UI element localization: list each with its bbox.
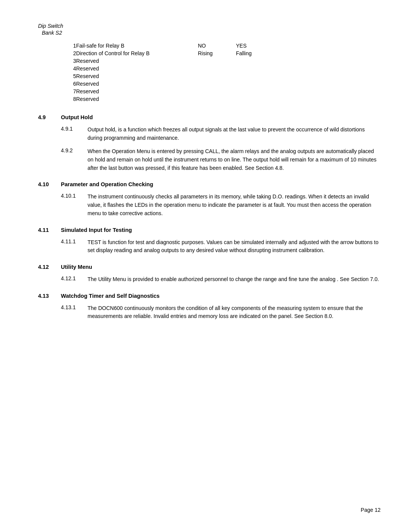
subsection-num: 4.9.1 <box>61 126 88 142</box>
section-4.9: 4.9Output Hold 4.9.1 Output hold, is a f… <box>38 114 381 172</box>
dip-switch-subtitle: Bank S2 <box>38 30 381 36</box>
dip-table-row: 4 Reserved <box>61 65 274 72</box>
subsection-group-4.13: 4.13.1 The DOCN600 continuously monitors… <box>61 304 381 321</box>
subsection-row-4.13.1: 4.13.1 The DOCN600 continuously monitors… <box>61 304 381 321</box>
dip-row-desc: Direction of Control for Relay B <box>76 50 198 57</box>
dip-row-num: 1 <box>61 42 76 50</box>
dip-row-yes <box>236 95 274 103</box>
subsection-text: The Utility Menu is provided to enable a… <box>88 275 381 284</box>
subsection-num: 4.12.1 <box>61 275 88 284</box>
dip-row-desc: Fail-safe for Relay B <box>76 42 198 50</box>
dip-row-num: 3 <box>61 57 76 65</box>
dip-row-yes: YES <box>236 42 274 50</box>
dip-row-no <box>198 65 236 72</box>
dip-row-desc: Reserved <box>76 72 198 80</box>
sections-container: 4.9Output Hold 4.9.1 Output hold, is a f… <box>38 114 381 321</box>
section-num: 4.12 <box>38 264 61 270</box>
subsection-num: 4.11.1 <box>61 238 88 255</box>
dip-row-no <box>198 80 236 88</box>
dip-row-desc: Reserved <box>76 88 198 95</box>
dip-table-row: 6 Reserved <box>61 80 274 88</box>
dip-switch-table: 1 Fail-safe for Relay B NO YES 2 Directi… <box>61 42 381 103</box>
dip-row-desc: Reserved <box>76 95 198 103</box>
section-heading-4.13: 4.13Watchdog Timer and Self Diagnostics <box>38 293 381 299</box>
dip-row-yes: Falling <box>236 50 274 57</box>
dip-row-no: NO <box>198 42 236 50</box>
dip-row-yes <box>236 88 274 95</box>
section-4.10: 4.10Parameter and Operation Checking 4.1… <box>38 181 381 217</box>
section-4.13: 4.13Watchdog Timer and Self Diagnostics … <box>38 293 381 321</box>
section-num: 4.13 <box>38 293 61 299</box>
subsection-text: TEST is function for test and diagnostic… <box>88 238 381 255</box>
dip-row-num: 7 <box>61 88 76 95</box>
dip-row-yes <box>236 72 274 80</box>
dip-row-desc: Reserved <box>76 65 198 72</box>
dip-table-row: 3 Reserved <box>61 57 274 65</box>
dip-switch-title: Dip Switch <box>38 23 381 29</box>
section-num: 4.9 <box>38 114 61 120</box>
subsection-row-4.12.1: 4.12.1 The Utility Menu is provided to e… <box>61 275 381 284</box>
subsection-text: Output hold, is a function which freezes… <box>88 126 381 142</box>
dip-row-no <box>198 57 236 65</box>
dip-row-no <box>198 72 236 80</box>
dip-row-num: 8 <box>61 95 76 103</box>
section-heading-4.11: 4.11Simulated Input for Testing <box>38 227 381 233</box>
section-num: 4.11 <box>38 227 61 233</box>
subsection-num: 4.13.1 <box>61 304 88 321</box>
subsection-row-4.11.1: 4.11.1 TEST is function for test and dia… <box>61 238 381 255</box>
dip-table-row: 7 Reserved <box>61 88 274 95</box>
subsection-group-4.10: 4.10.1 The instrument continuously check… <box>61 193 381 217</box>
section-heading-4.10: 4.10Parameter and Operation Checking <box>38 181 381 187</box>
section-heading-4.12: 4.12Utility Menu <box>38 264 381 270</box>
subsection-row-4.10.1: 4.10.1 The instrument continuously check… <box>61 193 381 217</box>
subsection-row-4.9.2: 4.9.2 When the Operation Menu is entered… <box>61 147 381 172</box>
dip-row-no <box>198 88 236 95</box>
subsection-group-4.11: 4.11.1 TEST is function for test and dia… <box>61 238 381 255</box>
subsection-text: When the Operation Menu is entered by pr… <box>88 147 381 172</box>
section-num: 4.10 <box>38 181 61 187</box>
dip-row-num: 4 <box>61 65 76 72</box>
section-4.11: 4.11Simulated Input for Testing 4.11.1 T… <box>38 227 381 255</box>
subsection-text: The instrument continuously checks all p… <box>88 193 381 217</box>
dip-switch-section: Dip Switch Bank S2 1 Fail-safe for Relay… <box>38 23 381 103</box>
dip-row-no: Rising <box>198 50 236 57</box>
section-heading-4.9: 4.9Output Hold <box>38 114 381 120</box>
subsection-num: 4.10.1 <box>61 193 88 217</box>
subsection-text: The DOCN600 continuously monitors the co… <box>88 304 381 321</box>
subsection-group-4.9: 4.9.1 Output hold, is a function which f… <box>61 126 381 172</box>
page-number: Page 12 <box>361 507 381 513</box>
subsection-row-4.9.1: 4.9.1 Output hold, is a function which f… <box>61 126 381 142</box>
subsection-group-4.12: 4.12.1 The Utility Menu is provided to e… <box>61 275 381 284</box>
dip-table-row: 1 Fail-safe for Relay B NO YES <box>61 42 274 50</box>
dip-row-yes <box>236 57 274 65</box>
dip-table-row: 8 Reserved <box>61 95 274 103</box>
dip-row-num: 6 <box>61 80 76 88</box>
page: Dip Switch Bank S2 1 Fail-safe for Relay… <box>0 0 411 532</box>
dip-row-no <box>198 95 236 103</box>
dip-row-num: 2 <box>61 50 76 57</box>
section-4.12: 4.12Utility Menu 4.12.1 The Utility Menu… <box>38 264 381 284</box>
dip-row-yes <box>236 65 274 72</box>
dip-table-row: 5 Reserved <box>61 72 274 80</box>
dip-row-yes <box>236 80 274 88</box>
dip-row-num: 5 <box>61 72 76 80</box>
subsection-num: 4.9.2 <box>61 147 88 172</box>
dip-row-desc: Reserved <box>76 57 198 65</box>
dip-table-row: 2 Direction of Control for Relay B Risin… <box>61 50 274 57</box>
dip-row-desc: Reserved <box>76 80 198 88</box>
